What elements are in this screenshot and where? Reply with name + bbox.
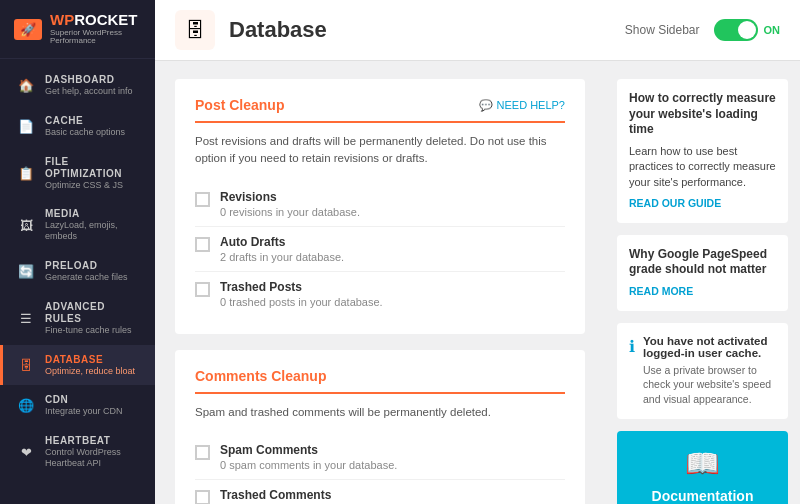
revisions-item: Revisions 0 revisions in your database.: [195, 182, 565, 227]
sidebar-item-database-sub: Optimize, reduce bloat: [45, 366, 135, 377]
post-cleanup-header: Post Cleanup 💬 NEED HELP?: [195, 97, 565, 123]
post-cleanup-title: Post Cleanup: [195, 97, 284, 113]
topbar-icon: 🗄: [175, 10, 215, 50]
question-icon: 💬: [479, 99, 493, 112]
sidebar-item-advanced-rules[interactable]: ☰ ADVANCED RULES Fine-tune cache rules: [0, 292, 155, 345]
trashed-posts-sub: 0 trashed posts in your database.: [220, 296, 383, 308]
sidebar-item-heartbeat-label: HEARTBEAT: [45, 435, 141, 447]
toggle-on-label: ON: [764, 24, 781, 36]
file-opt-icon: 📋: [17, 166, 35, 181]
page-title: Database: [229, 17, 611, 43]
side-panel: How to correctly measure your website's …: [605, 61, 800, 504]
revisions-checkbox[interactable]: [195, 192, 210, 207]
info-icon: ℹ: [629, 337, 635, 356]
heartbeat-icon: ❤: [17, 445, 35, 460]
revisions-sub: 0 revisions in your database.: [220, 206, 360, 218]
post-cleanup-desc: Post revisions and drafts will be perman…: [195, 133, 565, 168]
sidebar-item-fileopt-sub: Optimize CSS & JS: [45, 180, 141, 191]
trashed-posts-label: Trashed Posts: [220, 280, 383, 294]
sidebar-item-fileopt-label: FILE OPTIMIZATION: [45, 156, 141, 180]
sidebar-item-preload[interactable]: 🔄 PRELOAD Generate cache files: [0, 251, 155, 292]
show-sidebar-label: Show Sidebar: [625, 23, 700, 37]
loading-time-text: Learn how to use best practices to corre…: [629, 144, 776, 190]
auto-drafts-sub: 2 drafts in your database.: [220, 251, 344, 263]
sidebar-item-cdn-label: CDN: [45, 394, 123, 406]
content-area: Post Cleanup 💬 NEED HELP? Post revisions…: [155, 61, 800, 504]
side-card-logged-in: ℹ You have not activated logged-in user …: [617, 323, 788, 419]
trashed-comments-item: Trashed Comments 0 trashed comments in y…: [195, 480, 565, 504]
sidebar-item-cache-label: CACHE: [45, 115, 125, 127]
sidebar: 🚀 WPROCKET Superior WordPress Performanc…: [0, 0, 155, 504]
sidebar-item-cache-sub: Basic cache options: [45, 127, 125, 138]
comments-cleanup-desc: Spam and trashed comments will be perman…: [195, 404, 565, 421]
main-content: 🗄 Database Show Sidebar ON Post Cleanup …: [155, 0, 800, 504]
sidebar-item-dashboard-sub: Get help, account info: [45, 86, 133, 97]
toggle-track[interactable]: [714, 19, 758, 41]
database-icon: 🗄: [17, 358, 35, 373]
logo-wp: WP: [50, 11, 74, 28]
logo-tagline: Superior WordPress Performance: [50, 29, 141, 47]
sidebar-item-preload-label: PRELOAD: [45, 260, 128, 272]
need-help-link[interactable]: 💬 NEED HELP?: [479, 99, 565, 112]
comments-cleanup-title: Comments Cleanup: [195, 368, 326, 384]
sidebar-item-advancedrules-label: ADVANCED RULES: [45, 301, 141, 325]
sidebar-item-media-sub: LazyLoad, emojis, embeds: [45, 220, 141, 242]
logged-in-text: Use a private browser to check your webs…: [643, 363, 776, 407]
docs-icon: 📖: [629, 447, 776, 480]
cache-icon: 📄: [17, 119, 35, 134]
sidebar-nav: 🏠 DASHBOARD Get help, account info 📄 CAC…: [0, 59, 155, 504]
sidebar-item-media[interactable]: 🖼 MEDIA LazyLoad, emojis, embeds: [0, 199, 155, 251]
trashed-posts-item: Trashed Posts 0 trashed posts in your da…: [195, 272, 565, 316]
trashed-comments-label: Trashed Comments: [220, 488, 407, 502]
spam-comments-checkbox[interactable]: [195, 445, 210, 460]
auto-drafts-checkbox[interactable]: [195, 237, 210, 252]
trashed-posts-checkbox[interactable]: [195, 282, 210, 297]
logo-icon: 🚀: [14, 19, 42, 40]
sidebar-item-media-label: MEDIA: [45, 208, 141, 220]
side-card-loading-time: How to correctly measure your website's …: [617, 79, 788, 223]
sidebar-item-heartbeat-sub: Control WordPress Heartbeat API: [45, 447, 141, 469]
logo-rocket: ROCKET: [74, 11, 137, 28]
spam-comments-item: Spam Comments 0 spam comments in your da…: [195, 435, 565, 480]
comments-cleanup-card: Comments Cleanup Spam and trashed commen…: [175, 350, 585, 505]
advanced-rules-icon: ☰: [17, 311, 35, 326]
sidebar-item-cdn-sub: Integrate your CDN: [45, 406, 123, 417]
sidebar-item-cdn[interactable]: 🌐 CDN Integrate your CDN: [0, 385, 155, 426]
sidebar-item-database-label: DATABASE: [45, 354, 135, 366]
topbar: 🗄 Database Show Sidebar ON: [155, 0, 800, 61]
sidebar-item-database[interactable]: 🗄 DATABASE Optimize, reduce bloat: [0, 345, 155, 386]
toggle-thumb: [738, 21, 756, 39]
cdn-icon: 🌐: [17, 398, 35, 413]
preload-icon: 🔄: [17, 264, 35, 279]
read-more-link[interactable]: READ MORE: [629, 284, 776, 299]
spam-comments-sub: 0 spam comments in your database.: [220, 459, 397, 471]
revisions-label: Revisions: [220, 190, 360, 204]
sidebar-item-preload-sub: Generate cache files: [45, 272, 128, 283]
read-guide-link[interactable]: READ OUR GUIDE: [629, 196, 776, 211]
home-icon: 🏠: [17, 78, 35, 93]
logo-text: WPROCKET Superior WordPress Performance: [50, 12, 141, 46]
pagespeed-title: Why Google PageSpeed grade should not ma…: [629, 247, 776, 278]
trashed-comments-checkbox[interactable]: [195, 490, 210, 504]
sidebar-item-heartbeat[interactable]: ❤ HEARTBEAT Control WordPress Heartbeat …: [0, 426, 155, 478]
sidebar-logo: 🚀 WPROCKET Superior WordPress Performanc…: [0, 0, 155, 59]
side-card-pagespeed: Why Google PageSpeed grade should not ma…: [617, 235, 788, 311]
docs-title: Documentation: [629, 488, 776, 504]
sidebar-item-advancedrules-sub: Fine-tune cache rules: [45, 325, 141, 336]
sidebar-item-dashboard[interactable]: 🏠 DASHBOARD Get help, account info: [0, 65, 155, 106]
comments-cleanup-header: Comments Cleanup: [195, 368, 565, 394]
sidebar-item-file-optimization[interactable]: 📋 FILE OPTIMIZATION Optimize CSS & JS: [0, 147, 155, 200]
logged-in-title: You have not activated logged-in user ca…: [643, 335, 776, 359]
show-sidebar-toggle[interactable]: ON: [714, 19, 781, 41]
side-card-docs: 📖 Documentation It is a great starting p…: [617, 431, 788, 504]
loading-time-title: How to correctly measure your website's …: [629, 91, 776, 138]
auto-drafts-label: Auto Drafts: [220, 235, 344, 249]
main-panel: Post Cleanup 💬 NEED HELP? Post revisions…: [155, 61, 605, 504]
sidebar-item-dashboard-label: DASHBOARD: [45, 74, 133, 86]
auto-drafts-item: Auto Drafts 2 drafts in your database.: [195, 227, 565, 272]
spam-comments-label: Spam Comments: [220, 443, 397, 457]
media-icon: 🖼: [17, 218, 35, 233]
sidebar-item-cache[interactable]: 📄 CACHE Basic cache options: [0, 106, 155, 147]
post-cleanup-card: Post Cleanup 💬 NEED HELP? Post revisions…: [175, 79, 585, 334]
